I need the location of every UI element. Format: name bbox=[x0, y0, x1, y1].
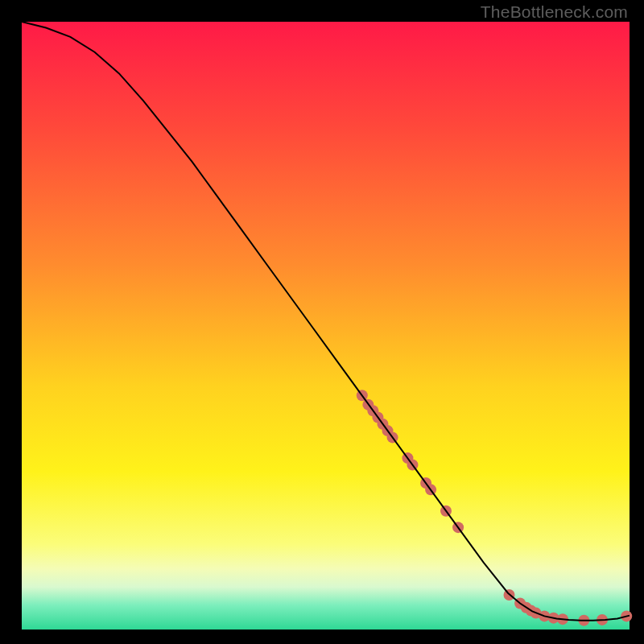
watermark-text: TheBottleneck.com bbox=[481, 2, 628, 22]
plot-background bbox=[22, 22, 630, 630]
chart-svg bbox=[0, 0, 644, 644]
chart-container: { "watermark": "TheBottleneck.com", "cha… bbox=[0, 0, 644, 644]
